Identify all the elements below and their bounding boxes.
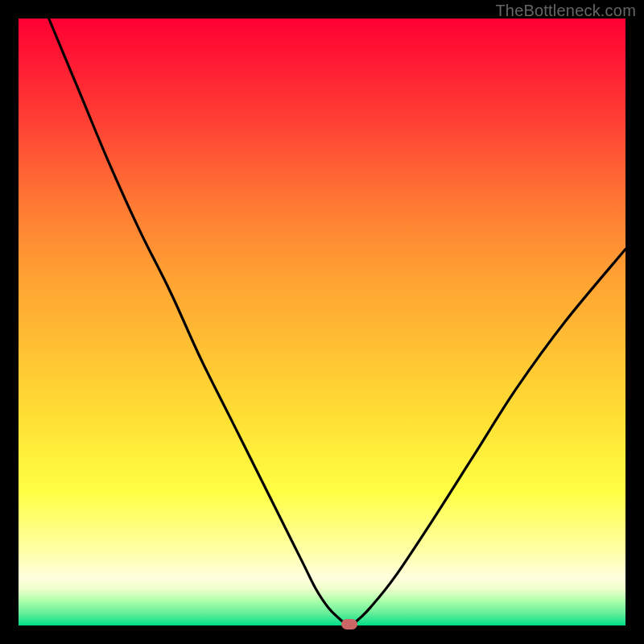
bottleneck-curve: [49, 19, 625, 625]
curve-svg: [19, 19, 625, 625]
watermark-text: TheBottleneck.com: [495, 2, 636, 20]
optimal-point-marker: [341, 619, 357, 630]
